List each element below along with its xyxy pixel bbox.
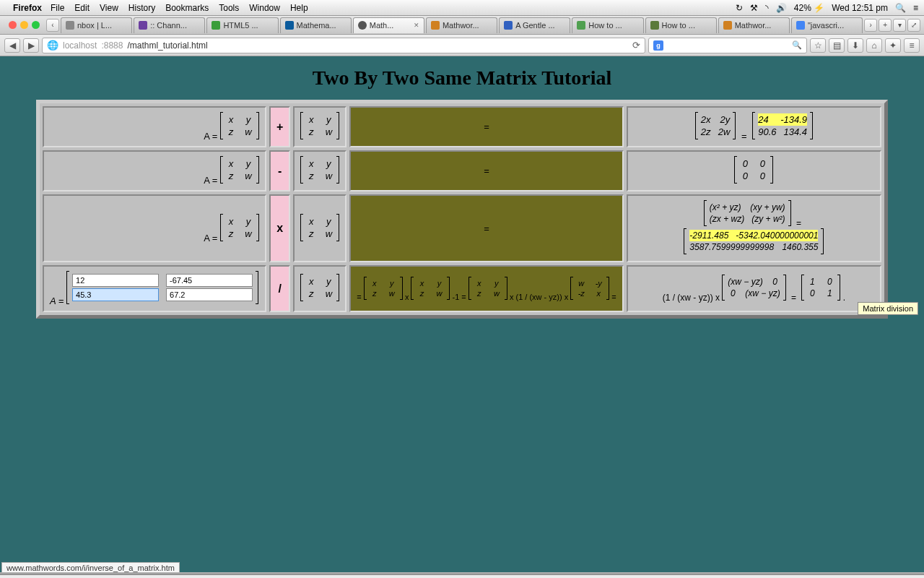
bluetooth-icon[interactable]: ⚒	[750, 3, 758, 13]
library-icon[interactable]: ▤	[829, 38, 845, 53]
back-button[interactable]: ◀	[4, 38, 20, 53]
table-row: A = xyzw + xyzw = 2x2y2z2w = 24-134.990.…	[43, 106, 881, 147]
lhs-cell: A = xyzw	[43, 150, 266, 191]
matrix-input-d[interactable]	[166, 288, 253, 301]
lhs-cell: A = xyzw	[43, 194, 266, 262]
wifi-icon[interactable]: ◝	[765, 3, 769, 13]
spotlight-icon[interactable]: 🔍	[895, 3, 906, 13]
operator-add: +	[269, 106, 290, 147]
matrix-input-c[interactable]	[72, 288, 159, 301]
app-name[interactable]: Firefox	[13, 3, 42, 13]
equals-cell: =	[349, 150, 623, 191]
operand-cell: xyzw	[293, 265, 346, 312]
favicon-icon	[358, 21, 367, 30]
bookmark-star-icon[interactable]: ☆	[810, 38, 826, 53]
minimize-window-button[interactable]	[20, 21, 28, 29]
close-window-button[interactable]	[9, 21, 17, 29]
extension-icon[interactable]: ✦	[885, 38, 901, 53]
page-viewport: Two By Two Same Matrix Tutorial A = xyzw…	[0, 56, 924, 575]
clock[interactable]: Wed 12:51 pm	[832, 3, 888, 13]
search-icon[interactable]: 🔍	[792, 40, 802, 50]
reload-icon[interactable]: ⟳	[632, 40, 640, 51]
google-icon: g	[653, 40, 663, 51]
favicon-icon	[650, 21, 659, 30]
equals-cell: =	[349, 194, 623, 262]
tab-item[interactable]: How to ...	[645, 17, 717, 33]
url-host: localhost	[63, 40, 97, 51]
tab-item[interactable]: Mathema...	[280, 17, 352, 33]
notification-center-icon[interactable]: ≡	[913, 3, 918, 13]
tab-item[interactable]: HTML5 ...	[206, 17, 278, 33]
fullscreen-button[interactable]: ⤢	[907, 19, 920, 32]
menu-history[interactable]: History	[128, 3, 155, 13]
equals-cell: =	[349, 106, 623, 147]
search-box[interactable]: g 🔍	[648, 38, 807, 53]
downloads-icon[interactable]: ⬇	[847, 38, 863, 53]
menu-edit[interactable]: Edit	[74, 3, 90, 13]
lhs-cell: A = xyzw	[43, 106, 266, 147]
tab-item[interactable]: How to ...	[572, 17, 643, 33]
timemachine-icon[interactable]: ↻	[736, 3, 743, 13]
menu-view[interactable]: View	[100, 3, 118, 13]
tab-item-active[interactable]: Math...✕	[353, 17, 424, 33]
volume-icon[interactable]: 🔊	[776, 3, 787, 13]
macos-menubar: Firefox File Edit View History Bookmarks…	[0, 0, 924, 16]
matrix-table-wrapper: A = xyzw + xyzw = 2x2y2z2w = 24-134.990.…	[36, 100, 888, 319]
battery-status[interactable]: 42% ⚡	[794, 3, 824, 13]
tooltip: Matrix division	[858, 302, 918, 315]
result-cell: 0000	[627, 150, 881, 191]
favicon-icon	[285, 21, 294, 30]
operand-cell: xyzw	[293, 106, 346, 147]
favicon-icon	[66, 21, 74, 30]
menu-file[interactable]: File	[51, 3, 64, 13]
derivation-cell: = xyzw x xyzw -1 = xyzw x (1 / (xw - yz)…	[349, 265, 623, 312]
page-title: Two By Two Same Matrix Tutorial	[0, 56, 924, 97]
lhs-inputs-cell: A =	[43, 265, 266, 312]
hamburger-menu-icon[interactable]: ≡	[904, 38, 920, 53]
tab-item[interactable]: nbox | L...	[61, 17, 132, 33]
site-identity-icon[interactable]: 🌐	[47, 40, 58, 51]
address-bar[interactable]: 🌐 localhost:8888/mathml_tutorial.html ⟳	[42, 38, 645, 53]
matrix-operations-table: A = xyzw + xyzw = 2x2y2z2w = 24-134.990.…	[40, 103, 884, 315]
tab-list-button[interactable]: ▾	[893, 19, 906, 32]
window-controls	[9, 21, 40, 29]
matrix-input-a[interactable]	[72, 274, 159, 287]
browser-tab-strip: ‹ nbox | L... :: Chann... HTML5 ... Math…	[0, 16, 924, 35]
favicon-icon	[723, 21, 732, 30]
operand-cell: xyzw	[293, 194, 346, 262]
operator-mul: x	[269, 194, 290, 262]
favicon-icon	[577, 21, 585, 30]
tab-item[interactable]: Mathwor...	[426, 17, 497, 33]
menu-bookmarks[interactable]: Bookmarks	[165, 3, 209, 13]
tab-scroll-left[interactable]: ‹	[46, 19, 59, 32]
tab-item[interactable]: :: Chann...	[134, 17, 205, 33]
matrix-input-b[interactable]	[166, 274, 253, 287]
menu-tools[interactable]: Tools	[219, 3, 239, 13]
operator-div[interactable]: /	[269, 265, 290, 312]
macos-dock[interactable]	[0, 572, 924, 575]
table-row: A = xyzw - xyzw = 0000	[43, 150, 881, 191]
tab-item[interactable]: "javascri...	[791, 17, 863, 33]
menu-window[interactable]: Window	[249, 3, 280, 13]
menu-help[interactable]: Help	[290, 3, 308, 13]
close-tab-icon[interactable]: ✕	[414, 22, 419, 29]
tab-scroll-right[interactable]: ›	[864, 19, 877, 32]
favicon-icon	[431, 21, 440, 30]
table-row: A = / xyzw = xyzw x xyzw -1 = xyzw x (1 …	[43, 265, 881, 312]
home-icon[interactable]: ⌂	[866, 38, 882, 53]
browser-toolbar: ◀ ▶ 🌐 localhost:8888/mathml_tutorial.htm…	[0, 35, 924, 56]
result-cell: (x² + yz)(xy + yw)(zx + wz)(zy + w²) = -…	[627, 194, 881, 262]
tab-item[interactable]: A Gentle ...	[499, 17, 570, 33]
result-cell: 2x2y2z2w = 24-134.990.6134.4	[627, 106, 881, 147]
favicon-icon	[796, 21, 805, 30]
favicon-icon	[212, 21, 220, 30]
result-cell: (1 / (xw - yz)) x (xw − yz)00(xw − yz) =…	[627, 265, 881, 312]
tab-item[interactable]: Mathwor...	[718, 17, 790, 33]
table-row: A = xyzw x xyzw = (x² + yz)(xy + yw)(zx …	[43, 194, 881, 262]
operand-cell: xyzw	[293, 150, 346, 191]
new-tab-button[interactable]: +	[879, 19, 892, 32]
favicon-icon	[504, 21, 513, 30]
operator-sub: -	[269, 150, 290, 191]
forward-button[interactable]: ▶	[23, 38, 39, 53]
zoom-window-button[interactable]	[32, 21, 40, 29]
